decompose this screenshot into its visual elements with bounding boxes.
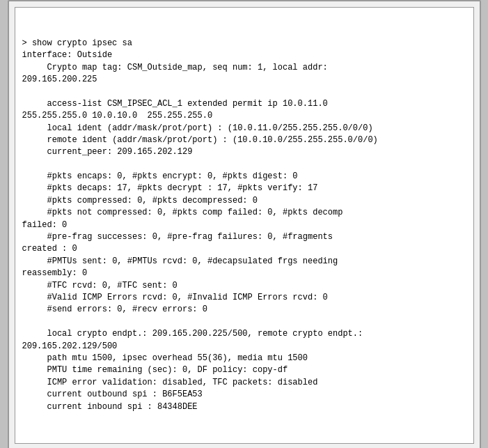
terminal-window: > show crypto ipsec sa interface: Outsid… <box>8 0 481 448</box>
terminal-output: > show crypto ipsec sa interface: Outsid… <box>15 7 474 444</box>
terminal-text: > show crypto ipsec sa interface: Outsid… <box>22 38 466 413</box>
